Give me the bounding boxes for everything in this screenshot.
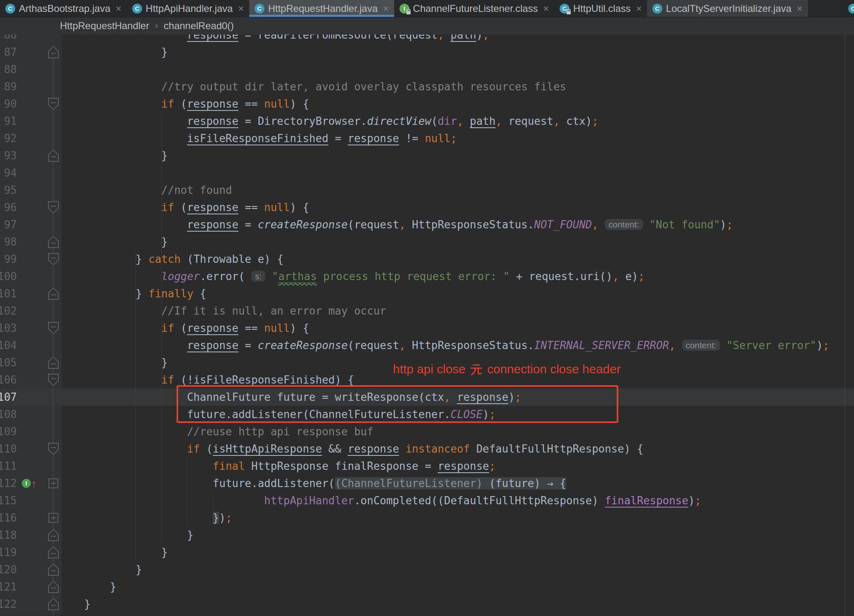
code-text: //not found bbox=[62, 182, 232, 199]
line-number: 94 bbox=[0, 164, 22, 182]
code-text: } bbox=[62, 147, 168, 164]
code-line-91[interactable]: 91 response = DirectoryBrowser.directVie… bbox=[0, 113, 854, 130]
fold-marker-slot bbox=[45, 509, 62, 526]
code-line-111[interactable]: 111 final HttpResponse finalResponse = r… bbox=[0, 457, 854, 475]
editor-tab-bar: CArthasBootstrap.java×CHttpApiHandler.ja… bbox=[0, 0, 854, 17]
close-icon[interactable]: × bbox=[797, 3, 803, 14]
fold-collapse-icon[interactable] bbox=[48, 98, 59, 110]
inline-parameter-hint: content: bbox=[605, 219, 643, 230]
tab-HttpUtil.class[interactable]: CHttpUtil.class× bbox=[554, 0, 647, 17]
gutter-icon-slot bbox=[22, 199, 45, 216]
code-text: isFileResponseFinished = response != nul… bbox=[62, 130, 457, 147]
close-icon[interactable]: × bbox=[238, 3, 244, 14]
tab-ChannelFutureListener.class[interactable]: IChannelFutureListener.class× bbox=[394, 0, 554, 17]
tab-partial[interactable]: C bbox=[848, 0, 854, 17]
fold-marker-slot bbox=[45, 302, 62, 319]
code-line-112[interactable]: 112I↑ future.addListener((ChannelFutureL… bbox=[0, 475, 854, 492]
code-text bbox=[62, 61, 84, 78]
code-line-99[interactable]: 99 } catch (Throwable e) { bbox=[0, 251, 854, 268]
code-line-116[interactable]: 116 }); bbox=[0, 509, 854, 526]
tab-LocalTtyServerInitializer.java[interactable]: CLocalTtyServerInitializer.java× bbox=[647, 0, 808, 17]
code-line-109[interactable]: 109 //reuse http api response buf bbox=[0, 423, 854, 440]
code-text: response = createResponse(request, HttpR… bbox=[62, 216, 733, 233]
tab-label: HttpUtil.class bbox=[573, 3, 631, 14]
fold-marker-slot bbox=[45, 147, 62, 164]
code-line-101[interactable]: 101 } finally { bbox=[0, 285, 854, 302]
gutter-icon-slot bbox=[22, 595, 45, 613]
code-editor[interactable]: 86 response = readFileFromResource(reque… bbox=[0, 34, 854, 616]
gutter-icon-slot bbox=[22, 526, 45, 544]
fold-collapse-icon[interactable] bbox=[48, 253, 59, 265]
implements-marker-icon[interactable]: I↑ bbox=[22, 478, 37, 489]
close-icon[interactable]: × bbox=[383, 3, 389, 14]
fold-marker-slot bbox=[45, 78, 62, 95]
code-line-93[interactable]: 93 } bbox=[0, 147, 854, 164]
gutter-icon-slot bbox=[22, 457, 45, 475]
code-line-103[interactable]: 103 if (response == null) { bbox=[0, 319, 854, 337]
line-number: 86 bbox=[0, 34, 22, 44]
tab-HttpApiHandler.java[interactable]: CHttpApiHandler.java× bbox=[127, 0, 249, 17]
fold-collapse-icon[interactable] bbox=[48, 149, 59, 162]
code-line-100[interactable]: 100 logger.error( s: "arthas process htt… bbox=[0, 268, 854, 285]
fold-marker-slot bbox=[45, 34, 62, 44]
lock-icon bbox=[406, 11, 411, 14]
fold-collapse-icon[interactable] bbox=[48, 374, 59, 386]
fold-collapse-icon[interactable] bbox=[48, 46, 59, 58]
tab-ArthasBootstrap.java[interactable]: CArthasBootstrap.java× bbox=[0, 0, 127, 17]
tab-label: ChannelFutureListener.class bbox=[413, 3, 538, 14]
fold-collapse-icon[interactable] bbox=[48, 546, 59, 559]
tab-HttpRequestHandler.java[interactable]: CHttpRequestHandler.java× bbox=[249, 0, 394, 17]
fold-marker-slot bbox=[45, 595, 62, 613]
breadcrumb-method[interactable]: channelRead0() bbox=[164, 20, 234, 32]
code-line-110[interactable]: 110 if (isHttpApiResponse && response in… bbox=[0, 440, 854, 457]
code-line-120[interactable]: 120 } bbox=[0, 561, 854, 578]
code-line-86[interactable]: 86 response = readFileFromResource(reque… bbox=[0, 34, 854, 44]
fold-collapse-icon[interactable] bbox=[48, 443, 59, 455]
code-line-94[interactable]: 94 bbox=[0, 164, 854, 182]
code-line-98[interactable]: 98 } bbox=[0, 233, 854, 251]
annotation-text: http api close connection close header bbox=[393, 362, 621, 376]
code-line-88[interactable]: 88 bbox=[0, 61, 854, 78]
fold-expand-icon[interactable] bbox=[48, 513, 58, 523]
code-line-122[interactable]: 122} bbox=[0, 595, 854, 613]
close-icon[interactable]: × bbox=[636, 3, 642, 14]
fold-collapse-icon[interactable] bbox=[48, 598, 59, 610]
gutter-icon-slot bbox=[22, 44, 45, 61]
code-line-92[interactable]: 92 isFileResponseFinished = response != … bbox=[0, 130, 854, 147]
close-icon[interactable]: × bbox=[116, 3, 122, 14]
code-line-87[interactable]: 87 } bbox=[0, 44, 854, 61]
code-line-119[interactable]: 119 } bbox=[0, 544, 854, 561]
code-line-97[interactable]: 97 response = createResponse(request, Ht… bbox=[0, 216, 854, 233]
line-number: 95 bbox=[0, 182, 22, 199]
code-line-118[interactable]: 118 } bbox=[0, 526, 854, 544]
fold-collapse-icon[interactable] bbox=[48, 356, 59, 369]
code-line-89[interactable]: 89 //try output dir later, avoid overlay… bbox=[0, 78, 854, 95]
breadcrumb-class[interactable]: HttpRequestHandler bbox=[60, 20, 149, 32]
code-line-96[interactable]: 96 if (response == null) { bbox=[0, 199, 854, 216]
code-line-104[interactable]: 104 response = createResponse(request, H… bbox=[0, 337, 854, 354]
fold-collapse-icon[interactable] bbox=[48, 322, 59, 334]
line-number: 121 bbox=[0, 578, 22, 595]
gutter-icon-slot bbox=[22, 78, 45, 95]
code-line-95[interactable]: 95 //not found bbox=[0, 182, 854, 199]
fold-marker-slot bbox=[45, 492, 62, 509]
gutter-icon-slot bbox=[22, 371, 45, 388]
gutter-icon-slot bbox=[22, 233, 45, 251]
fold-collapse-icon[interactable] bbox=[48, 201, 59, 214]
fold-collapse-icon[interactable] bbox=[48, 287, 59, 300]
fold-collapse-icon[interactable] bbox=[48, 236, 59, 248]
close-icon[interactable]: × bbox=[543, 3, 549, 14]
code-rows: 86 response = readFileFromResource(reque… bbox=[0, 34, 854, 613]
code-line-90[interactable]: 90 if (response == null) { bbox=[0, 95, 854, 113]
line-number: 122 bbox=[0, 595, 22, 613]
fold-expand-icon[interactable] bbox=[48, 478, 58, 488]
fold-collapse-icon[interactable] bbox=[48, 581, 59, 593]
gutter-icon-slot bbox=[22, 147, 45, 164]
fold-collapse-icon[interactable] bbox=[48, 529, 59, 541]
line-number: 96 bbox=[0, 199, 22, 216]
code-line-102[interactable]: 102 //If it is null, an error may occur bbox=[0, 302, 854, 319]
code-line-121[interactable]: 121 } bbox=[0, 578, 854, 595]
gutter-icon-slot: I↑ bbox=[22, 475, 45, 492]
fold-collapse-icon[interactable] bbox=[48, 563, 59, 576]
code-line-115[interactable]: 115 httpApiHandler.onCompleted((DefaultF… bbox=[0, 492, 854, 509]
